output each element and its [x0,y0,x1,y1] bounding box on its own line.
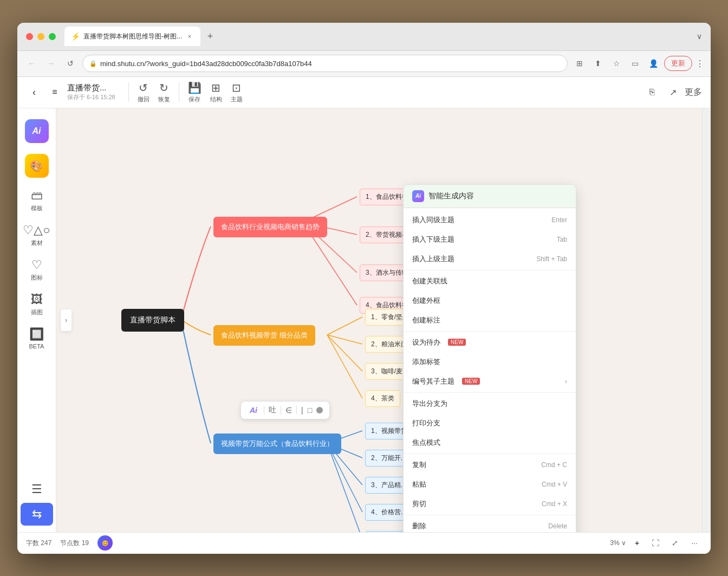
reload-button[interactable]: ↺ [63,56,78,71]
ctx-item-copy[interactable]: 复制 Cmd + C [404,455,576,475]
app-menu-button[interactable]: ≡ [47,84,63,100]
forward-nav-button[interactable]: → [43,56,58,71]
chevron-down-icon[interactable]: ∨ [697,32,702,41]
structure-button[interactable]: ⊞ 结构 [206,79,226,106]
sidebar-item-share[interactable]: ⇆ [21,503,53,526]
update-button[interactable]: 更新 [664,56,692,71]
branch-red[interactable]: 食品饮料行业视频电商销售趋势 [213,217,327,237]
svg-line-5 [327,335,362,344]
sidebar-item-tubiao[interactable]: ♡ 图标 [21,254,53,286]
document-title: 直播带货... [67,83,115,93]
tab-close-button[interactable]: × [185,32,194,41]
back-nav-button[interactable]: ← [24,56,39,71]
ft-icon-4[interactable]: □ [308,406,312,415]
ft-ai-label[interactable]: Ai [248,405,259,416]
floating-toolbar: Ai 吐 ∈ | □ [240,401,330,419]
share-page-button[interactable]: ⬆ [590,56,606,71]
close-button[interactable] [26,33,33,40]
branch-yellow[interactable]: 食品饮料视频带货 细分品类 [213,325,315,346]
active-tab[interactable]: ⚡ 直播带货脚本树图思维导图-树图... × [64,27,200,46]
canvas-area[interactable]: 直播带货脚本 食品饮料行业视频电商销售趋势 1、食品饮料行业... 2、带货视频… [56,108,711,532]
more-button[interactable]: 更多 [685,83,702,101]
ctx-item-print-branch[interactable]: 打印分支 [404,413,576,433]
ctx-create-note-label: 创建标注 [412,315,440,325]
ctx-divider-1 [404,270,576,270]
status-right: 3% ∨ + ⛶ ⤢ ··· [610,535,702,551]
new-tab-button[interactable]: + [203,29,218,44]
ctx-add-tag-label: 添加标签 [412,357,440,367]
zoom-in-button[interactable]: + [630,536,644,549]
collapse-sidebar-button[interactable]: › [61,309,72,331]
sidebar-item-list[interactable]: ☰ [21,478,53,501]
ctx-item-create-note[interactable]: 创建标注 [404,310,576,330]
central-node[interactable]: 直播带货脚本 [121,309,184,332]
sucai-icon: ♡△○ [23,223,50,237]
undo-icon: ↺ [139,81,148,94]
ctx-item-insert-parent[interactable]: 插入上级主题 Shift + Tab [404,249,576,269]
sidebar-item-sucai[interactable]: ♡△○ 素材 [21,219,53,251]
ft-icon-1[interactable]: 吐 [269,405,276,415]
reader-button[interactable]: ▭ [627,56,642,71]
context-menu: Ai 智能生成内容 ⎘ 生成导图 ≡ 续写扩展 [403,184,576,532]
branch-blue[interactable]: 视频带货万能公式（食品饮料行业） [213,433,341,454]
ctx-item-number-child[interactable]: 编号其子主题 NEW › [404,372,576,391]
ctx-item-insert-same[interactable]: 插入同级主题 Enter [404,210,576,230]
ctx-number-child-label: 编号其子主题 [412,377,454,386]
left-sidebar: Ai 🎨 🗃 模板 ♡△○ 素材 ♡ 图标 🖼 插图 [17,108,56,532]
toolbar-divider-1 [128,82,129,102]
qr-code-button[interactable]: ⊞ [572,56,587,71]
undo-button[interactable]: ↺ 撤回 [133,79,154,106]
tab-favicon-icon: ⚡ [71,32,80,41]
browser-more-button[interactable]: ⋮ [696,59,704,69]
node-count: 节点数 19 [60,539,89,548]
zoom-level[interactable]: 3% ∨ [610,539,626,547]
ctx-item-focus-mode[interactable]: 焦点模式 [404,433,576,452]
ctx-item-add-tag[interactable]: 添加标签 [404,352,576,372]
profile-button[interactable]: 👤 [646,56,661,71]
address-input[interactable]: 🔒 mind.shutu.cn/?works_guid=1bd43ad28dcb… [82,55,568,72]
ctx-item-export-branch[interactable]: 导出分支为 [404,394,576,413]
theme-button[interactable]: ⊡ 主题 [226,79,247,106]
ctx-item-cut[interactable]: 剪切 Cmd + X [404,494,576,514]
sidebar-item-beta[interactable]: 🔲 BETA [21,323,53,354]
minimize-button[interactable] [37,33,44,40]
sidebar-item-template-icon[interactable]: 🎨 [21,150,53,182]
status-more-button[interactable]: ··· [687,535,702,551]
sidebar-item-ai[interactable]: Ai [21,115,53,147]
share-button[interactable]: ⎘ [644,83,661,101]
sidebar-item-mban[interactable]: 🗃 模板 [21,184,53,217]
save-label: 保存 [188,95,200,103]
ctx-set-todo-badge: NEW [448,339,466,346]
svg-line-7 [327,335,362,398]
app-back-button[interactable]: ‹ [26,84,42,100]
ctx-item-create-frame[interactable]: 创建外框 [404,291,576,310]
sidebar-item-chatu[interactable]: 🖼 插图 [21,288,53,321]
ctx-focus-mode-label: 焦点模式 [412,438,440,448]
tab-title: 直播带货脚本树图思维导图-树图... [83,32,182,41]
ctx-item-insert-child[interactable]: 插入下级主题 Tab [404,230,576,249]
ctx-item-delete[interactable]: 删除 Delete [404,516,576,532]
ft-color-circle[interactable] [316,407,323,413]
ctx-insert-parent-shortcut: Shift + Tab [536,255,567,263]
sub-yellow-4[interactable]: 4、茶类 [365,390,400,407]
tubiao-label: 图标 [31,274,43,282]
maximize-button[interactable] [49,33,56,40]
export-button[interactable]: ↗ [664,83,681,101]
ctx-insert-same-shortcut: Enter [551,216,567,224]
ctx-item-create-link[interactable]: 创建关联线 [404,271,576,291]
svg-line-12 [327,443,362,532]
list-icon: ☰ [31,482,42,496]
right-scroll [702,108,711,532]
ft-icon-2[interactable]: ∈ [285,406,292,415]
ctx-item-paste[interactable]: 粘贴 Cmd + V [404,475,576,494]
ctx-item-set-todo[interactable]: 设为待办 NEW [404,333,576,352]
fullscreen-button[interactable]: ⤢ [667,535,682,551]
expand-view-button[interactable]: ⛶ [648,535,663,551]
ft-icon-3[interactable]: | [301,406,303,415]
redo-button[interactable]: ↻ 恢复 [154,79,174,106]
chatu-icon: 🖼 [31,293,43,307]
bookmark-button[interactable]: ☆ [609,56,624,71]
ctx-divider-5 [404,515,576,515]
save-button[interactable]: 💾 保存 [184,79,206,106]
beta-icon: 🔲 [29,327,44,341]
